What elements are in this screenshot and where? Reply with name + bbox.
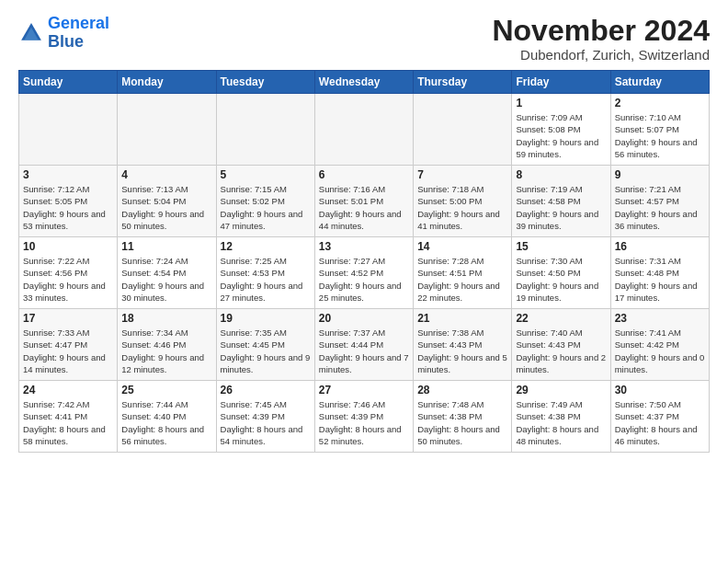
cell-details: Sunrise: 7:37 AMSunset: 4:44 PMDaylight:…: [319, 327, 409, 375]
day-number: 22: [516, 312, 606, 325]
day-number: 21: [417, 312, 507, 325]
day-number: 14: [417, 240, 507, 253]
calendar-cell: 12Sunrise: 7:25 AMSunset: 4:53 PMDayligh…: [216, 237, 314, 309]
day-number: 13: [319, 240, 409, 253]
calendar-cell: [118, 94, 216, 166]
calendar-cell: 30Sunrise: 7:50 AMSunset: 4:37 PMDayligh…: [610, 381, 709, 453]
cell-details: Sunrise: 7:18 AMSunset: 5:00 PMDaylight:…: [417, 183, 507, 232]
main-container: General Blue November 2024 Dubendorf, Zu…: [0, 0, 728, 462]
calendar-cell: 2Sunrise: 7:10 AMSunset: 5:07 PMDaylight…: [610, 94, 709, 166]
day-number: 20: [319, 312, 409, 325]
cell-details: Sunrise: 7:40 AMSunset: 4:43 PMDaylight:…: [516, 327, 606, 375]
day-number: 2: [615, 97, 705, 109]
day-number: 24: [23, 384, 113, 396]
day-number: 19: [221, 312, 311, 325]
calendar-week-2: 3Sunrise: 7:12 AMSunset: 5:05 PMDaylight…: [19, 166, 710, 237]
calendar-cell: 17Sunrise: 7:33 AMSunset: 4:47 PMDayligh…: [19, 309, 118, 381]
calendar-cell: 5Sunrise: 7:15 AMSunset: 5:02 PMDaylight…: [216, 166, 314, 237]
day-number: 12: [221, 240, 311, 253]
calendar-cell: 22Sunrise: 7:40 AMSunset: 4:43 PMDayligh…: [512, 309, 610, 381]
calendar-cell: 19Sunrise: 7:35 AMSunset: 4:45 PMDayligh…: [216, 309, 314, 381]
cell-details: Sunrise: 7:38 AMSunset: 4:43 PMDaylight:…: [417, 327, 507, 375]
calendar-cell: [414, 94, 512, 166]
day-number: 17: [23, 312, 113, 325]
calendar-cell: 20Sunrise: 7:37 AMSunset: 4:44 PMDayligh…: [314, 309, 413, 381]
day-number: 6: [319, 168, 409, 181]
cell-details: Sunrise: 7:13 AMSunset: 5:04 PMDaylight:…: [121, 183, 211, 232]
day-header-monday: Monday: [118, 71, 216, 94]
day-number: 8: [516, 168, 606, 181]
cell-details: Sunrise: 7:44 AMSunset: 4:40 PMDaylight:…: [121, 398, 211, 447]
calendar-cell: 25Sunrise: 7:44 AMSunset: 4:40 PMDayligh…: [118, 381, 216, 453]
month-title: November 2024: [492, 15, 710, 47]
day-header-friday: Friday: [512, 71, 610, 94]
day-number: 28: [417, 384, 507, 396]
calendar-cell: [19, 94, 118, 166]
cell-details: Sunrise: 7:48 AMSunset: 4:38 PMDaylight:…: [417, 398, 507, 447]
calendar-cell: 23Sunrise: 7:41 AMSunset: 4:42 PMDayligh…: [610, 309, 709, 381]
calendar-week-4: 17Sunrise: 7:33 AMSunset: 4:47 PMDayligh…: [19, 309, 710, 381]
cell-details: Sunrise: 7:15 AMSunset: 5:02 PMDaylight:…: [221, 183, 311, 232]
day-header-tuesday: Tuesday: [216, 71, 314, 94]
cell-details: Sunrise: 7:22 AMSunset: 4:56 PMDaylight:…: [23, 255, 113, 304]
day-number: 23: [615, 312, 705, 325]
calendar-cell: 9Sunrise: 7:21 AMSunset: 4:57 PMDaylight…: [610, 166, 709, 237]
calendar-cell: 16Sunrise: 7:31 AMSunset: 4:48 PMDayligh…: [610, 237, 709, 309]
logo: General Blue: [18, 15, 109, 52]
cell-details: Sunrise: 7:41 AMSunset: 4:42 PMDaylight:…: [615, 327, 705, 375]
day-header-sunday: Sunday: [19, 71, 118, 94]
calendar-cell: 10Sunrise: 7:22 AMSunset: 4:56 PMDayligh…: [19, 237, 118, 309]
day-number: 30: [615, 384, 705, 396]
calendar-cell: 1Sunrise: 7:09 AMSunset: 5:08 PMDaylight…: [512, 94, 610, 166]
day-number: 18: [121, 312, 211, 325]
calendar-cell: 13Sunrise: 7:27 AMSunset: 4:52 PMDayligh…: [314, 237, 413, 309]
cell-details: Sunrise: 7:28 AMSunset: 4:51 PMDaylight:…: [417, 255, 507, 304]
title-block: November 2024 Dubendorf, Zurich, Switzer…: [492, 15, 710, 63]
calendar-cell: 6Sunrise: 7:16 AMSunset: 5:01 PMDaylight…: [314, 166, 413, 237]
cell-details: Sunrise: 7:50 AMSunset: 4:37 PMDaylight:…: [615, 398, 705, 447]
day-number: 29: [516, 384, 606, 396]
calendar-cell: 14Sunrise: 7:28 AMSunset: 4:51 PMDayligh…: [414, 237, 512, 309]
logo-icon: [18, 20, 44, 46]
calendar-cell: [216, 94, 314, 166]
cell-details: Sunrise: 7:33 AMSunset: 4:47 PMDaylight:…: [23, 327, 113, 375]
cell-details: Sunrise: 7:16 AMSunset: 5:01 PMDaylight:…: [319, 183, 409, 232]
cell-details: Sunrise: 7:25 AMSunset: 4:53 PMDaylight:…: [221, 255, 311, 304]
day-number: 9: [615, 168, 705, 181]
cell-details: Sunrise: 7:46 AMSunset: 4:39 PMDaylight:…: [319, 398, 409, 447]
calendar-cell: 18Sunrise: 7:34 AMSunset: 4:46 PMDayligh…: [118, 309, 216, 381]
calendar-cell: 7Sunrise: 7:18 AMSunset: 5:00 PMDaylight…: [414, 166, 512, 237]
day-header-thursday: Thursday: [414, 71, 512, 94]
cell-details: Sunrise: 7:09 AMSunset: 5:08 PMDaylight:…: [516, 111, 606, 160]
calendar-cell: 26Sunrise: 7:45 AMSunset: 4:39 PMDayligh…: [216, 381, 314, 453]
day-number: 11: [121, 240, 211, 253]
calendar-cell: 8Sunrise: 7:19 AMSunset: 4:58 PMDaylight…: [512, 166, 610, 237]
day-number: 10: [23, 240, 113, 253]
header: General Blue November 2024 Dubendorf, Zu…: [18, 15, 710, 63]
calendar-cell: 29Sunrise: 7:49 AMSunset: 4:38 PMDayligh…: [512, 381, 610, 453]
calendar-cell: 3Sunrise: 7:12 AMSunset: 5:05 PMDaylight…: [19, 166, 118, 237]
day-number: 4: [121, 168, 211, 181]
cell-details: Sunrise: 7:35 AMSunset: 4:45 PMDaylight:…: [221, 327, 311, 375]
day-number: 16: [615, 240, 705, 253]
day-number: 26: [221, 384, 311, 396]
cell-details: Sunrise: 7:42 AMSunset: 4:41 PMDaylight:…: [23, 398, 113, 447]
day-number: 15: [516, 240, 606, 253]
cell-details: Sunrise: 7:10 AMSunset: 5:07 PMDaylight:…: [615, 111, 705, 160]
day-number: 3: [23, 168, 113, 181]
day-number: 1: [516, 97, 606, 109]
location: Dubendorf, Zurich, Switzerland: [492, 47, 710, 63]
calendar-header-row: SundayMondayTuesdayWednesdayThursdayFrid…: [19, 71, 710, 94]
day-number: 5: [221, 168, 311, 181]
cell-details: Sunrise: 7:24 AMSunset: 4:54 PMDaylight:…: [121, 255, 211, 304]
cell-details: Sunrise: 7:12 AMSunset: 5:05 PMDaylight:…: [23, 183, 113, 232]
cell-details: Sunrise: 7:30 AMSunset: 4:50 PMDaylight:…: [516, 255, 606, 304]
cell-details: Sunrise: 7:45 AMSunset: 4:39 PMDaylight:…: [221, 398, 311, 447]
calendar-week-3: 10Sunrise: 7:22 AMSunset: 4:56 PMDayligh…: [19, 237, 710, 309]
calendar-cell: 27Sunrise: 7:46 AMSunset: 4:39 PMDayligh…: [314, 381, 413, 453]
calendar-week-5: 24Sunrise: 7:42 AMSunset: 4:41 PMDayligh…: [19, 381, 710, 453]
calendar-cell: [314, 94, 413, 166]
day-number: 25: [121, 384, 211, 396]
calendar-cell: 21Sunrise: 7:38 AMSunset: 4:43 PMDayligh…: [414, 309, 512, 381]
calendar-cell: 28Sunrise: 7:48 AMSunset: 4:38 PMDayligh…: [414, 381, 512, 453]
